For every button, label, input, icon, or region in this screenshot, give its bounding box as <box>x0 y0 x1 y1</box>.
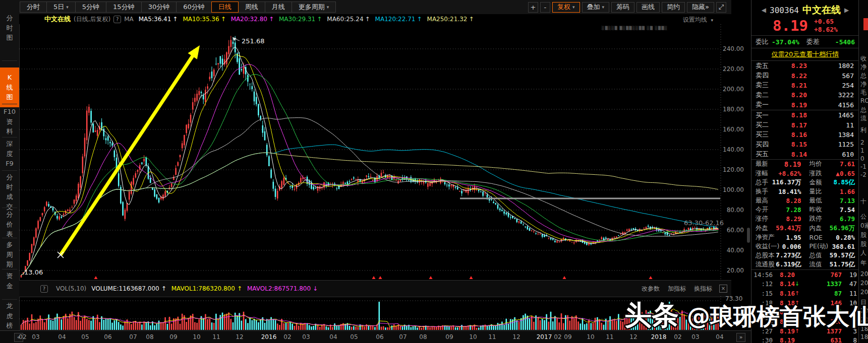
ask-row[interactable]: 卖三8.21254 <box>751 81 859 90</box>
sidebar-item-price-table[interactable]: 分 价 表 <box>0 210 19 239</box>
strip-fragment: 20 <box>860 270 868 278</box>
ma10-value: MA10:35.36 <box>183 16 219 23</box>
ma-settings-button[interactable]: 设置均线 ▾ <box>683 16 713 24</box>
stat-label: 跌停 <box>805 215 822 223</box>
x-axis-label: 04 <box>58 333 66 340</box>
sidebar-item-intraday-chart[interactable]: 分 时 图 <box>0 13 19 43</box>
stat-row: 总股本7.273亿总值59.57亿 <box>751 251 859 260</box>
strip-fragment: 日 <box>860 298 866 307</box>
ma-line <box>21 118 718 276</box>
stat-cell: ROE0.28% <box>805 234 859 241</box>
strip-fragment: 年 <box>860 259 866 267</box>
trend-arrow-shaft[interactable] <box>61 53 195 255</box>
stat-label: 换手 <box>751 187 768 196</box>
sidebar-item-multi-period[interactable]: 多 周 期 <box>0 240 19 269</box>
help-icon[interactable]: ? <box>113 16 121 23</box>
ma-line <box>21 153 718 275</box>
order-book: 卖五8.231802卖四8.22567卖三8.21254卖二8.203222卖一… <box>751 61 859 159</box>
bid-row[interactable]: 买五8.14610 <box>751 150 859 159</box>
stat-value: 1.66 <box>822 188 859 195</box>
level2-promo-link[interactable]: 仅需20元查看十档行情 <box>772 50 839 59</box>
hide-button[interactable]: 隐藏» <box>687 2 714 13</box>
sidebar-divider <box>2 60 17 61</box>
add-indicator-button[interactable]: 加指标 <box>668 285 686 293</box>
ask-row[interactable]: 卖一8.194156 <box>751 100 859 110</box>
help-icon[interactable]: ? <box>40 285 48 293</box>
ask-volume: 567 <box>807 72 859 80</box>
zoom-out-button[interactable]: - <box>540 2 550 13</box>
tab-5day[interactable]: 5日▾ <box>46 2 76 13</box>
y-axis-label: 200.00 <box>723 86 744 93</box>
sidebar-item-dragon-tiger[interactable]: 龙 虎 榜 <box>0 301 19 331</box>
stat-value: 8.19 <box>768 160 805 168</box>
x-axis-label: 12 <box>512 333 520 340</box>
strip-fragment: 十 <box>860 197 866 206</box>
low-price-label: 13.06 <box>24 268 43 276</box>
stock-stats: 最新8.19均价7.61涨幅+8.62%涨跌▲0.65总手116.37万金额8.… <box>751 159 859 269</box>
ask-level-label: 卖五 <box>751 61 779 71</box>
strip-fragment: 总 <box>860 72 866 80</box>
bid-row[interactable]: 买一8.181465 <box>751 110 859 120</box>
change-params-button[interactable]: 改参数 <box>642 285 660 293</box>
sidebar-item-f10-info[interactable]: F10 资 料 <box>0 107 19 136</box>
sidebar-item-kline-chart[interactable]: K 线 图 <box>0 67 19 107</box>
tab-monthly[interactable]: 月线 <box>265 2 292 13</box>
stat-value: 368.61 <box>828 243 859 250</box>
stat-cell: 最低7.13 <box>805 196 859 205</box>
ask-row[interactable]: 卖五8.231802 <box>751 61 859 71</box>
sidebar-item-funds[interactable]: 资 金 <box>0 271 19 291</box>
panel-splitter-handle[interactable] <box>747 228 750 243</box>
weicha-value: -5406 <box>835 38 855 46</box>
sidebar-divider <box>2 104 17 104</box>
bid-row[interactable]: 买三8.161384 <box>751 130 859 140</box>
sidebar-item-intraday-trades[interactable]: 分 时 成 交 <box>0 172 19 212</box>
tab-more-periods[interactable]: 更多周期▾ <box>292 2 336 13</box>
ask-row[interactable]: 卖四8.22567 <box>751 71 859 80</box>
next-stock-icon[interactable]: ▶ <box>844 7 849 14</box>
tick-trade-list[interactable]: 14:568.2076719:128.14↓133747:158.16↑8711… <box>751 269 859 343</box>
stat-row: 最高8.28最低7.13 <box>751 196 859 205</box>
drawline-button[interactable]: 画线 <box>636 2 660 13</box>
dividend-marker-arrow <box>94 276 98 279</box>
bid-row[interactable]: 买二8.1711 <box>751 120 859 129</box>
close-indicator-icon[interactable]: × <box>719 285 727 293</box>
zoom-in-button[interactable]: + <box>528 2 538 13</box>
stat-cell: 今开7.28 <box>751 205 805 214</box>
sidebar-item-depth-f9[interactable]: 深 度 F9 <box>0 139 19 169</box>
tab-15min[interactable]: 15分钟 <box>106 2 142 13</box>
tab-intraday[interactable]: 分时 <box>20 2 47 13</box>
fullscreen-button[interactable]: ⤢ <box>716 2 726 13</box>
ma20-value: MA20:32.80 <box>231 16 267 23</box>
x-axis-label: 09 <box>445 333 453 340</box>
chips-button[interactable]: 筹码 <box>611 2 634 13</box>
bid-level-label: 买二 <box>751 120 779 129</box>
bid-price: 8.14 <box>779 151 807 158</box>
tab-5min[interactable]: 5分钟 <box>75 2 106 13</box>
scroll-right-button[interactable]: » <box>736 333 745 342</box>
sidebar-divider <box>2 299 17 300</box>
sidebar-divider <box>2 170 17 171</box>
overlay-button[interactable]: 叠加▾ <box>582 2 610 13</box>
up-arrow-icon: ↑ <box>795 290 801 297</box>
ask-row[interactable]: 卖二8.203222 <box>751 90 859 100</box>
chevron-down-icon: ▾ <box>711 18 713 23</box>
tab-daily[interactable]: 日线 <box>211 2 239 13</box>
kline-chart-canvas[interactable]: 240.00220.00200.00180.00160.00140.00120.… <box>19 24 750 280</box>
trading-app-window: 分 时 图K 线 图F10 资 料深 度 F9分 时 成 交分 价 表多 周 期… <box>0 0 868 343</box>
x-axis-label: 12 <box>629 333 637 340</box>
up-arrow-icon: ↑ <box>795 318 801 325</box>
tick-time: :15 <box>751 290 773 297</box>
switch-indicator-button[interactable]: 换指标 <box>694 285 712 293</box>
stat-row: 流通股6.319亿流值51.75亿 <box>751 260 859 269</box>
tab-weekly[interactable]: 周线 <box>238 2 265 13</box>
volume-chart-canvas[interactable] <box>19 296 750 330</box>
prev-stock-icon[interactable]: ◀ <box>762 7 766 14</box>
tab-30min[interactable]: 30分钟 <box>141 2 177 13</box>
bid-volume: 1465 <box>807 111 859 119</box>
strip-fragment: RO <box>860 97 868 104</box>
x-axis-label: 08 <box>146 333 153 340</box>
adjust-rights-button[interactable]: 复权▾ <box>552 2 580 13</box>
bid-row[interactable]: 买四8.151125 <box>751 140 859 149</box>
simple-mode-button[interactable]: 简约 <box>662 2 685 13</box>
tab-60min[interactable]: 60分钟 <box>176 2 212 13</box>
